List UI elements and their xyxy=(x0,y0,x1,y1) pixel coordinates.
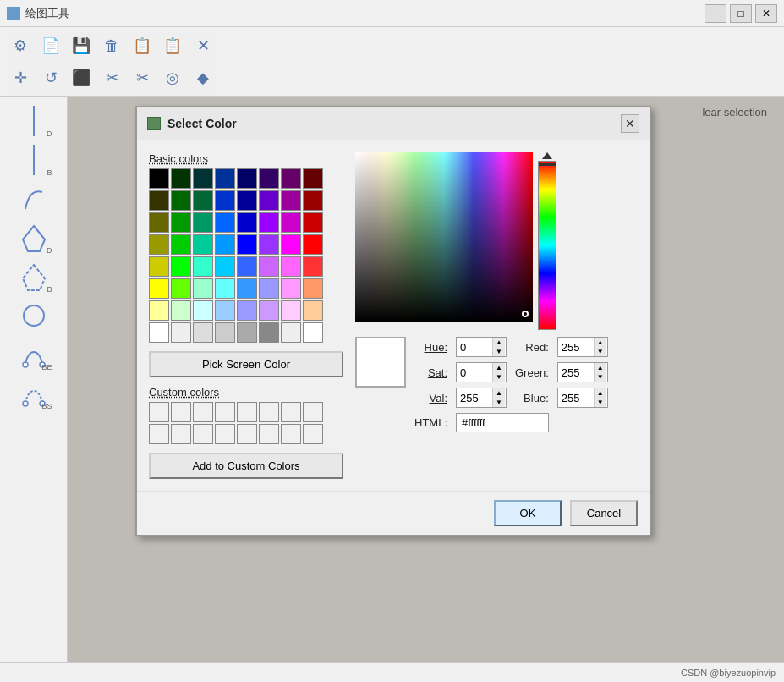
basic-color-swatch[interactable] xyxy=(149,278,169,299)
basic-color-swatch[interactable] xyxy=(149,300,169,321)
red-down-btn[interactable]: ▼ xyxy=(595,347,606,356)
basic-color-swatch[interactable] xyxy=(303,234,323,255)
custom-color-swatch[interactable] xyxy=(149,424,169,444)
custom-color-swatch[interactable] xyxy=(215,424,235,444)
tool-paste[interactable]: 📋 xyxy=(159,32,186,59)
basic-color-swatch[interactable] xyxy=(303,322,323,343)
custom-color-swatch[interactable] xyxy=(237,424,257,444)
blue-up-btn[interactable]: ▲ xyxy=(595,388,606,398)
basic-color-swatch[interactable] xyxy=(171,190,191,211)
basic-color-swatch[interactable] xyxy=(281,212,301,233)
custom-color-swatch[interactable] xyxy=(193,424,213,444)
sidebar-tool-line2[interactable]: B xyxy=(12,143,56,177)
hue-slider[interactable] xyxy=(538,161,556,330)
sidebar-tool-polygon[interactable]: D xyxy=(12,221,56,255)
val-down-btn[interactable]: ▼ xyxy=(493,398,505,407)
basic-color-swatch[interactable] xyxy=(303,212,323,233)
basic-color-swatch[interactable] xyxy=(215,234,235,255)
basic-color-swatch[interactable] xyxy=(281,234,301,255)
tool-rotate[interactable]: ↺ xyxy=(37,64,64,91)
basic-color-swatch[interactable] xyxy=(149,190,169,211)
basic-color-swatch[interactable] xyxy=(303,256,323,277)
basic-color-swatch[interactable] xyxy=(259,168,279,189)
basic-color-swatch[interactable] xyxy=(237,322,257,343)
red-up-btn[interactable]: ▲ xyxy=(595,338,606,347)
hue-down-btn[interactable]: ▼ xyxy=(493,347,505,356)
basic-color-swatch[interactable] xyxy=(171,278,191,299)
green-down-btn[interactable]: ▼ xyxy=(595,372,606,382)
val-input[interactable] xyxy=(457,388,492,407)
basic-color-swatch[interactable] xyxy=(259,322,279,343)
green-up-btn[interactable]: ▲ xyxy=(595,363,606,372)
tool-copy[interactable]: 📋 xyxy=(129,32,156,59)
blue-down-btn[interactable]: ▼ xyxy=(595,398,606,407)
basic-color-swatch[interactable] xyxy=(259,234,279,255)
tool-scissors[interactable]: ✂ xyxy=(129,64,156,91)
maximize-btn[interactable]: □ xyxy=(730,4,752,23)
hue-up-btn[interactable]: ▲ xyxy=(493,338,505,347)
tool-move[interactable]: ✛ xyxy=(7,64,34,91)
hue-input[interactable] xyxy=(457,338,492,356)
minimize-btn[interactable]: — xyxy=(705,4,726,23)
sidebar-tool-node[interactable]: BE xyxy=(12,338,56,371)
basic-color-swatch[interactable] xyxy=(149,168,169,189)
color-spectrum[interactable] xyxy=(355,152,533,322)
basic-color-swatch[interactable] xyxy=(259,190,279,211)
basic-color-swatch[interactable] xyxy=(281,322,301,343)
basic-color-swatch[interactable] xyxy=(193,234,213,255)
basic-color-swatch[interactable] xyxy=(237,190,257,211)
custom-color-swatch[interactable] xyxy=(237,402,257,422)
basic-color-swatch[interactable] xyxy=(259,256,279,277)
basic-color-swatch[interactable] xyxy=(215,278,235,299)
basic-color-swatch[interactable] xyxy=(259,300,279,321)
custom-color-swatch[interactable] xyxy=(259,424,279,444)
basic-color-swatch[interactable] xyxy=(281,256,301,277)
basic-color-swatch[interactable] xyxy=(171,234,191,255)
basic-color-swatch[interactable] xyxy=(281,168,301,189)
basic-color-swatch[interactable] xyxy=(193,278,213,299)
custom-color-swatch[interactable] xyxy=(281,402,301,422)
basic-color-swatch[interactable] xyxy=(193,190,213,211)
basic-color-swatch[interactable] xyxy=(149,234,169,255)
sidebar-tool-node2[interactable]: BS xyxy=(12,377,56,410)
val-up-btn[interactable]: ▲ xyxy=(493,388,505,398)
basic-color-swatch[interactable] xyxy=(237,234,257,255)
basic-color-swatch[interactable] xyxy=(237,168,257,189)
basic-color-swatch[interactable] xyxy=(149,212,169,233)
blue-input[interactable] xyxy=(558,388,594,407)
basic-color-swatch[interactable] xyxy=(215,168,235,189)
basic-color-swatch[interactable] xyxy=(171,168,191,189)
tool-flip[interactable]: ⬛ xyxy=(68,64,95,91)
basic-color-swatch[interactable] xyxy=(237,256,257,277)
basic-color-swatch[interactable] xyxy=(215,256,235,277)
basic-color-swatch[interactable] xyxy=(215,190,235,211)
custom-color-swatch[interactable] xyxy=(171,424,191,444)
dialog-close-btn[interactable]: ✕ xyxy=(621,114,639,133)
basic-color-swatch[interactable] xyxy=(303,168,323,189)
tool-settings[interactable]: ⚙ xyxy=(7,32,34,59)
basic-color-swatch[interactable] xyxy=(193,212,213,233)
sidebar-tool-bezier[interactable] xyxy=(12,182,56,216)
custom-color-swatch[interactable] xyxy=(193,402,213,422)
sat-down-btn[interactable]: ▼ xyxy=(493,372,505,382)
custom-color-swatch[interactable] xyxy=(281,424,301,444)
basic-color-swatch[interactable] xyxy=(259,278,279,299)
basic-color-swatch[interactable] xyxy=(171,300,191,321)
close-btn[interactable]: ✕ xyxy=(755,4,777,23)
cancel-button[interactable]: Cancel xyxy=(570,500,638,526)
basic-color-swatch[interactable] xyxy=(303,278,323,299)
basic-color-swatch[interactable] xyxy=(149,322,169,343)
custom-color-swatch[interactable] xyxy=(215,402,235,422)
ok-button[interactable]: OK xyxy=(494,500,562,526)
basic-color-swatch[interactable] xyxy=(237,212,257,233)
basic-color-swatch[interactable] xyxy=(193,322,213,343)
tool-open[interactable]: 📄 xyxy=(37,32,64,59)
tool-cut[interactable]: ✂ xyxy=(98,64,125,91)
basic-color-swatch[interactable] xyxy=(281,190,301,211)
basic-color-swatch[interactable] xyxy=(193,168,213,189)
sat-input[interactable] xyxy=(457,363,492,382)
basic-color-swatch[interactable] xyxy=(303,190,323,211)
basic-color-swatch[interactable] xyxy=(215,300,235,321)
basic-color-swatch[interactable] xyxy=(215,322,235,343)
basic-color-swatch[interactable] xyxy=(259,212,279,233)
